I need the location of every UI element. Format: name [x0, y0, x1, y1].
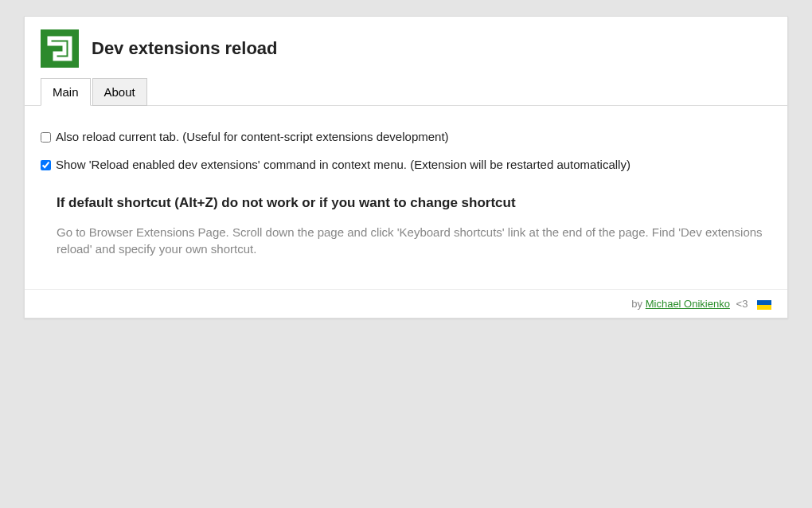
- option-context-menu[interactable]: Show 'Reload enabled dev extensions' com…: [41, 158, 771, 171]
- option-context-menu-label: Show 'Reload enabled dev extensions' com…: [56, 158, 630, 171]
- help-section: If default shortcut (Alt+Z) do not work …: [41, 195, 771, 257]
- footer-by: by: [631, 298, 645, 310]
- heart-icon: <3: [736, 298, 748, 310]
- content-area: Also reload current tab. (Useful for con…: [25, 106, 787, 289]
- header: Dev extensions reload: [25, 17, 787, 77]
- help-title: If default shortcut (Alt+Z) do not work …: [57, 195, 771, 211]
- footer: by Michael Onikienko <3: [25, 289, 787, 318]
- option-reload-tab[interactable]: Also reload current tab. (Useful for con…: [41, 130, 771, 143]
- help-body: Go to Browser Extensions Page. Scroll do…: [57, 224, 771, 257]
- page-title: Dev extensions reload: [92, 38, 278, 59]
- app-logo-icon: [41, 29, 79, 68]
- ukraine-flag-icon: [757, 300, 771, 310]
- svg-rect-0: [41, 29, 79, 68]
- option-reload-tab-label: Also reload current tab. (Useful for con…: [56, 130, 449, 143]
- checkbox-reload-tab[interactable]: [41, 132, 51, 143]
- tab-main[interactable]: Main: [41, 78, 91, 106]
- checkbox-context-menu[interactable]: [41, 160, 51, 170]
- tab-about[interactable]: About: [92, 78, 147, 106]
- settings-card: Dev extensions reload Main About Also re…: [24, 16, 788, 318]
- tab-bar: Main About: [25, 77, 787, 106]
- author-link[interactable]: Michael Onikienko: [646, 298, 730, 310]
